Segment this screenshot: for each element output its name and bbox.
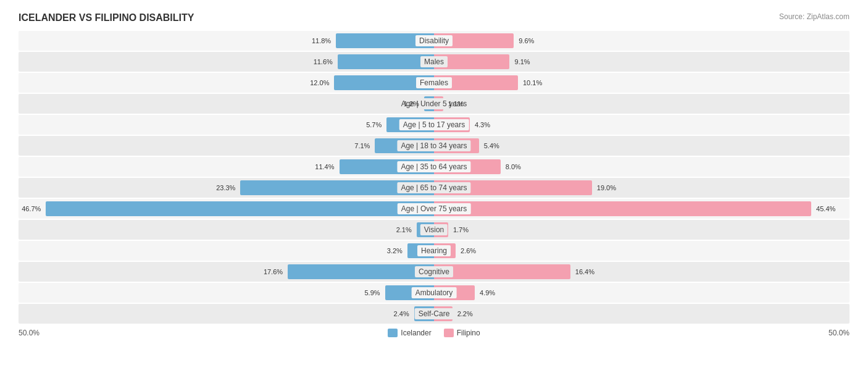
right-value-label: 4.9% bbox=[477, 289, 495, 296]
bar-row: Females12.0%10.1% bbox=[19, 73, 849, 93]
left-value-label: 23.3% bbox=[216, 184, 238, 191]
left-value-label: 2.1% bbox=[396, 226, 414, 233]
left-value-label: 1.2% bbox=[404, 100, 422, 107]
bar-row: Cognitive17.6%16.4% bbox=[19, 262, 849, 282]
chart-title: ICELANDER VS FILIPINO DISABILITY bbox=[19, 12, 194, 23]
right-value-label: 16.4% bbox=[573, 268, 595, 275]
filipino-legend-label: Filipino bbox=[457, 329, 480, 337]
bar-center-label: Cognitive bbox=[415, 266, 453, 277]
bar-row: Age | Under 5 years1.2%1.1% bbox=[19, 94, 849, 114]
left-value-label: 5.7% bbox=[366, 121, 384, 128]
right-value-label: 1.1% bbox=[446, 100, 464, 107]
bar-center-label: Self-Care bbox=[415, 308, 454, 319]
source-label: Source: ZipAtlas.com bbox=[779, 12, 849, 21]
left-value-label: 11.6% bbox=[314, 58, 335, 65]
right-value-label: 45.4% bbox=[814, 205, 835, 212]
legend-filipino: Filipino bbox=[444, 329, 480, 337]
bar-row: Vision2.1%1.7% bbox=[19, 220, 849, 240]
chart-area: Disability11.8%9.6%Males11.6%9.1%Females… bbox=[19, 31, 849, 324]
bar-row: Males11.6%9.1% bbox=[19, 52, 849, 72]
left-scale: 50.0% bbox=[19, 329, 40, 337]
right-value-label: 8.0% bbox=[503, 163, 521, 170]
right-value-label: 9.6% bbox=[516, 37, 534, 44]
right-bar bbox=[434, 264, 570, 279]
right-value-label: 2.2% bbox=[455, 310, 473, 317]
left-value-label: 11.8% bbox=[312, 37, 333, 44]
bar-center-label: Age | 65 to 74 years bbox=[397, 182, 470, 193]
bar-center-label: Ambulatory bbox=[412, 287, 457, 298]
bar-center-label: Age | 18 to 34 years bbox=[397, 140, 470, 151]
right-value-label: 4.3% bbox=[472, 121, 490, 128]
left-value-label: 46.7% bbox=[22, 205, 43, 212]
bar-center-label: Vision bbox=[420, 224, 448, 235]
icelander-legend-box bbox=[388, 329, 398, 337]
filipino-legend-box bbox=[444, 329, 454, 337]
bar-center-label: Disability bbox=[415, 35, 453, 46]
footer-row: 50.0% Icelander Filipino 50.0% bbox=[19, 329, 849, 337]
title-source-row: ICELANDER VS FILIPINO DISABILITY Source:… bbox=[19, 12, 849, 27]
bar-row: Age | 18 to 34 years7.1%5.4% bbox=[19, 136, 849, 156]
right-value-label: 5.4% bbox=[482, 142, 499, 149]
left-value-label: 12.0% bbox=[310, 79, 332, 86]
legend-icelander: Icelander bbox=[388, 329, 431, 337]
left-value-label: 17.6% bbox=[264, 268, 285, 275]
right-scale: 50.0% bbox=[828, 329, 849, 337]
left-value-label: 5.9% bbox=[364, 289, 382, 296]
bar-row: Age | 5 to 17 years5.7%4.3% bbox=[19, 115, 849, 135]
bar-center-label: Females bbox=[416, 77, 452, 88]
left-value-label: 3.2% bbox=[387, 247, 405, 254]
right-value-label: 10.1% bbox=[520, 79, 542, 86]
bar-row: Age | 35 to 64 years11.4%8.0% bbox=[19, 157, 849, 177]
left-value-label: 7.1% bbox=[354, 142, 372, 149]
left-bar bbox=[338, 54, 434, 69]
bar-row: Hearing3.2%2.6% bbox=[19, 241, 849, 261]
bar-center-label: Age | 35 to 64 years bbox=[397, 161, 470, 172]
right-value-label: 2.6% bbox=[458, 247, 476, 254]
bar-center-label: Males bbox=[420, 56, 448, 67]
bar-row: Ambulatory5.9%4.9% bbox=[19, 283, 849, 303]
right-bar bbox=[434, 201, 811, 216]
right-value-label: 9.1% bbox=[512, 58, 530, 65]
bar-center-label: Age | 5 to 17 years bbox=[399, 119, 469, 130]
bar-row: Age | Over 75 years46.7%45.4% bbox=[19, 199, 849, 219]
left-bar bbox=[46, 201, 434, 216]
icelander-legend-label: Icelander bbox=[401, 329, 431, 337]
bar-center-label: Hearing bbox=[417, 245, 451, 256]
left-bar bbox=[288, 264, 434, 279]
right-value-label: 19.0% bbox=[595, 184, 616, 191]
bar-row: Disability11.8%9.6% bbox=[19, 31, 849, 51]
bar-row: Age | 65 to 74 years23.3%19.0% bbox=[19, 178, 849, 198]
bar-center-label: Age | Over 75 years bbox=[398, 203, 471, 214]
right-value-label: 1.7% bbox=[451, 226, 469, 233]
left-value-label: 2.4% bbox=[394, 310, 412, 317]
left-value-label: 11.4% bbox=[315, 163, 336, 170]
legend: Icelander Filipino bbox=[388, 329, 480, 337]
bar-row: Self-Care2.4%2.2% bbox=[19, 304, 849, 324]
